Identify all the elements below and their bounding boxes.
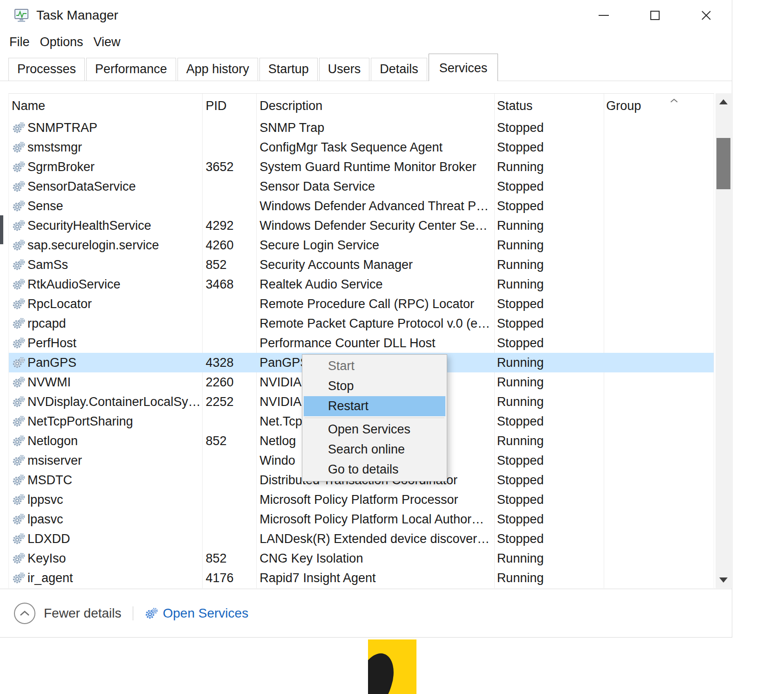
menu-file[interactable]: File	[9, 35, 30, 49]
tab-performance[interactable]: Performance	[86, 58, 176, 81]
service-gear-icon	[12, 532, 26, 546]
column-header-name[interactable]: Name	[9, 94, 202, 118]
column-header-status[interactable]: Status	[494, 94, 603, 118]
service-group	[603, 451, 714, 470]
column-header-pid[interactable]: PID	[202, 94, 256, 118]
service-status: Running	[494, 372, 603, 392]
menu-item-restart[interactable]: Restart	[304, 396, 445, 416]
services-gears-icon	[144, 606, 158, 620]
service-name: RtkAudioService	[27, 277, 121, 292]
service-group	[603, 196, 714, 216]
service-status: Stopped	[494, 333, 603, 353]
service-description: Rapid7 Insight Agent	[256, 568, 493, 588]
menu-item-go-to-details[interactable]: Go to details	[304, 460, 445, 480]
service-status: Stopped	[494, 177, 603, 196]
table-row[interactable]: lppsvc Microsoft Policy Platform Process…	[9, 490, 714, 509]
table-row[interactable]: smstsmgr ConfigMgr Task Sequence Agent S…	[9, 137, 714, 157]
open-services-link[interactable]: Open Services	[144, 606, 249, 621]
tab-details[interactable]: Details	[371, 58, 427, 81]
footer-bar: Fewer details Open Services	[0, 589, 732, 637]
service-gear-icon	[12, 179, 26, 193]
tab-services[interactable]: Services	[429, 54, 498, 81]
tab-app-history[interactable]: App history	[177, 58, 258, 81]
service-description: CNG Key Isolation	[256, 549, 493, 568]
column-header-description[interactable]: Description	[256, 94, 493, 118]
table-row[interactable]: ir_agent 4176 Rapid7 Insight Agent Runni…	[9, 568, 714, 588]
service-group	[603, 392, 714, 412]
service-pid: 4176	[202, 568, 256, 588]
service-pid	[202, 333, 256, 353]
scrollbar-thumb[interactable]	[716, 138, 730, 189]
service-status: Running	[494, 275, 603, 294]
column-header-group[interactable]: Group	[603, 94, 714, 118]
tab-startup[interactable]: Startup	[259, 58, 318, 81]
menu-item-stop[interactable]: Stop	[304, 376, 445, 396]
sort-ascending-icon	[670, 98, 678, 103]
maximize-button[interactable]	[629, 0, 681, 31]
service-pid	[202, 412, 256, 431]
menu-item-start[interactable]: Start	[304, 356, 445, 376]
task-manager-app-icon	[14, 8, 30, 23]
service-pid	[202, 314, 256, 333]
fewer-details-button[interactable]	[14, 603, 35, 624]
service-status: Stopped	[494, 196, 603, 216]
service-pid: 852	[202, 549, 256, 568]
service-group	[603, 353, 714, 372]
service-pid: 2260	[202, 372, 256, 392]
tab-processes[interactable]: Processes	[8, 58, 85, 81]
service-status: Running	[494, 549, 603, 568]
menu-item-open-services[interactable]: Open Services	[304, 419, 445, 440]
service-name: msiserver	[27, 454, 82, 468]
menu-separator	[305, 418, 444, 418]
table-row[interactable]: SensorDataService Sensor Data Service St…	[9, 177, 714, 196]
tab-users[interactable]: Users	[319, 58, 370, 81]
service-group	[603, 255, 714, 275]
scroll-up-button[interactable]	[716, 93, 731, 110]
service-gear-icon	[12, 473, 26, 487]
scroll-down-button[interactable]	[716, 571, 731, 588]
menu-view[interactable]: View	[94, 35, 121, 49]
table-row[interactable]: KeyIso 852 CNG Key Isolation Running	[9, 549, 714, 568]
table-row[interactable]: SNMPTRAP SNMP Trap Stopped	[9, 118, 714, 137]
table-row[interactable]: sap.securelogin.service 4260 Secure Logi…	[9, 235, 714, 255]
service-status: Running	[494, 216, 603, 235]
table-row[interactable]: PerfHost Performance Counter DLL Host St…	[9, 333, 714, 353]
left-edge-artifact	[0, 215, 3, 244]
service-name: NVDisplay.ContainerLocalSy…	[27, 395, 201, 409]
vertical-scrollbar[interactable]	[716, 93, 731, 588]
table-row[interactable]: SgrmBroker 3652 System Guard Runtime Mon…	[9, 157, 714, 177]
service-name: KeyIso	[27, 551, 66, 566]
partial-window-fragment	[368, 639, 416, 694]
minimize-button[interactable]	[578, 0, 629, 31]
services-table: Name PID Description Status Group	[8, 93, 714, 588]
table-row[interactable]: SecurityHealthService 4292 Windows Defen…	[9, 216, 714, 235]
table-row[interactable]: SamSs 852 Security Accounts Manager Runn…	[9, 255, 714, 275]
close-icon	[701, 10, 712, 21]
menu-options[interactable]: Options	[40, 35, 83, 49]
fewer-details-label[interactable]: Fewer details	[44, 606, 122, 621]
window-controls	[578, 0, 732, 31]
service-description: Windows Defender Advanced Threat P…	[256, 196, 493, 216]
table-row[interactable]: RpcLocator Remote Procedure Call (RPC) L…	[9, 294, 714, 314]
service-pid	[202, 177, 256, 196]
service-status: Running	[494, 353, 603, 372]
minimize-icon	[599, 15, 609, 16]
service-description: Realtek Audio Service	[256, 275, 493, 294]
service-gear-icon	[12, 316, 26, 330]
table-row[interactable]: Sense Windows Defender Advanced Threat P…	[9, 196, 714, 216]
service-name: NVWMI	[27, 375, 71, 390]
table-row[interactable]: lpasvc Microsoft Policy Platform Local A…	[9, 509, 714, 529]
service-status: Running	[494, 255, 603, 275]
table-row[interactable]: LDXDD LANDesk(R) Extended device discove…	[9, 529, 714, 549]
table-row[interactable]: RtkAudioService 3468 Realtek Audio Servi…	[9, 275, 714, 294]
service-name: SecurityHealthService	[27, 219, 151, 233]
menu-item-search-online[interactable]: Search online	[304, 440, 445, 460]
service-name: sap.securelogin.service	[27, 238, 159, 253]
table-row[interactable]: rpcapd Remote Packet Capture Protocol v.…	[9, 314, 714, 333]
service-gear-icon	[12, 512, 26, 526]
close-button[interactable]	[681, 0, 732, 31]
service-pid	[202, 470, 256, 490]
service-pid	[202, 118, 256, 137]
service-gear-icon	[12, 199, 26, 213]
service-pid	[202, 509, 256, 529]
